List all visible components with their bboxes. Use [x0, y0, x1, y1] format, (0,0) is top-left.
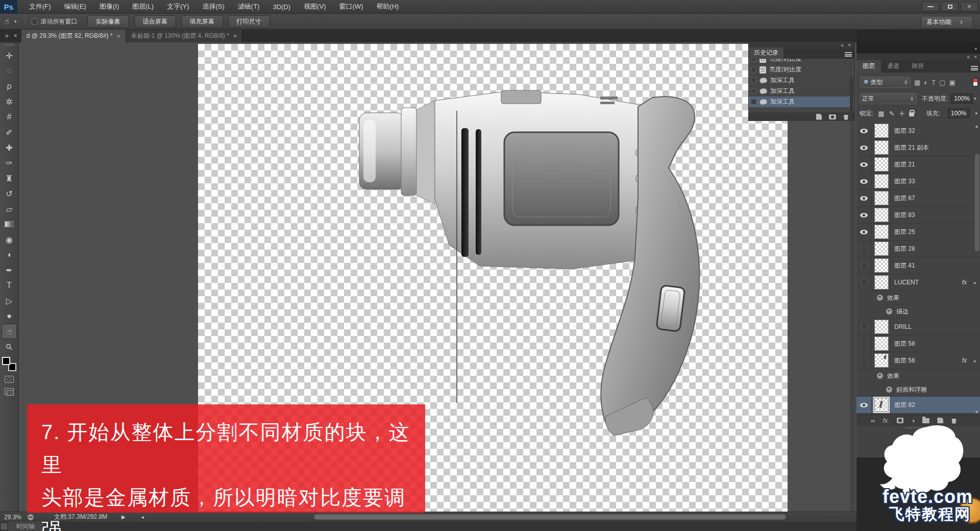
layer-row[interactable]: 图层 25: [856, 224, 980, 240]
layer-row[interactable]: 图层 21 副本: [856, 139, 980, 156]
lasso-tool[interactable]: ρ: [2, 79, 17, 94]
document-tab-active[interactable]: d @ 29.3% (图层 82, RGB/8#) * ×: [21, 30, 126, 42]
visibility-toggle[interactable]: [856, 352, 872, 369]
pen-tool[interactable]: ✒: [2, 262, 17, 278]
layers-scrollbar-thumb[interactable]: [975, 154, 979, 251]
menu-help[interactable]: 帮助(H): [370, 0, 405, 14]
tab-paths[interactable]: 路径: [905, 60, 930, 73]
effect-row[interactable]: 斜面和浮雕: [856, 383, 980, 397]
panel-grip[interactable]: [5, 44, 14, 46]
link-layers-icon[interactable]: ∞: [871, 417, 875, 424]
layer-thumbnail[interactable]: [874, 157, 889, 172]
layer-thumbnail[interactable]: [874, 320, 889, 334]
close-button[interactable]: ×: [961, 2, 978, 11]
panel-close-icon[interactable]: ×: [14, 32, 17, 39]
visibility-toggle[interactable]: [856, 156, 872, 173]
history-item[interactable]: 加深工具: [749, 86, 854, 96]
layer-thumbnail[interactable]: [874, 140, 889, 155]
tab-close-icon[interactable]: ×: [233, 33, 237, 40]
lock-pixels-icon[interactable]: ✎: [889, 110, 895, 117]
filter-shape-layers-icon[interactable]: ▢: [939, 79, 945, 86]
fx-badge[interactable]: fx: [962, 279, 967, 286]
layer-thumbnail[interactable]: [874, 208, 889, 222]
layer-row[interactable]: LUCENT fx ▴: [856, 274, 980, 291]
effect-eye-icon[interactable]: [877, 373, 883, 379]
panel-menu-icon[interactable]: [845, 52, 852, 57]
zoom-level-field[interactable]: 29.3%: [4, 514, 28, 521]
tool-preset-caret-icon[interactable]: ▾: [14, 19, 17, 24]
history-item[interactable]: 加深工具: [749, 75, 854, 86]
new-snapshot-icon[interactable]: [829, 114, 836, 119]
history-item-selected[interactable]: 加深工具: [749, 96, 854, 107]
screen-mode-toggle[interactable]: [5, 388, 14, 395]
scroll-up-icon[interactable]: ▴: [974, 45, 977, 51]
crop-tool[interactable]: #: [2, 109, 17, 125]
layers-scroll-down-icon[interactable]: ▼: [974, 409, 979, 415]
fx-collapse-icon[interactable]: ▴: [973, 358, 976, 363]
close-panel-icon[interactable]: ×: [974, 54, 977, 60]
filter-adjustment-layers-icon[interactable]: ◐: [924, 79, 928, 86]
layer-thumbnail[interactable]: [874, 258, 889, 273]
close-panel-icon[interactable]: ×: [848, 42, 851, 48]
fill-caret-icon[interactable]: ▾: [975, 111, 978, 116]
add-layer-style-icon[interactable]: fx.: [883, 417, 890, 424]
document-tab-inactive[interactable]: 未标题-1 @ 130% (图层 4, RGB/8) * ×: [126, 30, 242, 42]
tab-timeline[interactable]: 时间轴: [8, 522, 43, 531]
layer-row[interactable]: 图层 83: [856, 207, 980, 224]
layer-row[interactable]: 图层 28: [856, 240, 980, 257]
layer-row-selected[interactable]: 图层 82: [856, 397, 980, 414]
magic-wand-tool[interactable]: ✲: [2, 94, 17, 109]
dock-expand-icon[interactable]: »: [5, 32, 9, 39]
lock-all-icon[interactable]: [909, 112, 914, 116]
brush-tool[interactable]: ✑: [2, 155, 17, 171]
add-layer-mask-icon[interactable]: [897, 418, 903, 423]
layers-scroll-up-icon[interactable]: ▲: [974, 124, 979, 129]
menu-layer[interactable]: 图层(L): [126, 0, 160, 14]
fill-screen-button[interactable]: 填充屏幕: [181, 15, 223, 28]
layer-thumbnail[interactable]: [874, 191, 889, 205]
visibility-toggle[interactable]: [856, 123, 872, 139]
visibility-toggle[interactable]: [856, 319, 872, 335]
new-group-icon[interactable]: [922, 418, 929, 423]
effect-eye-icon[interactable]: [886, 308, 892, 315]
layer-row[interactable]: 图层 67: [856, 190, 980, 207]
menu-view[interactable]: 视图(V): [297, 0, 332, 14]
history-item[interactable]: 亮度/对比度: [749, 59, 854, 64]
layer-row[interactable]: 图层 41: [856, 257, 980, 274]
filter-pixel-layers-icon[interactable]: ▦: [914, 79, 920, 86]
new-doc-from-state-icon[interactable]: [816, 114, 822, 120]
minimize-button[interactable]: [922, 2, 939, 11]
blend-mode-dropdown[interactable]: 正常 ⇕: [860, 93, 917, 104]
fx-collapse-icon[interactable]: ▴: [973, 280, 976, 285]
layer-filter-dropdown[interactable]: 🔎 类型 ⇕: [860, 77, 911, 88]
layer-row[interactable]: 图层 32: [856, 123, 980, 139]
foreground-color-swatch[interactable]: [2, 357, 10, 365]
visibility-toggle[interactable]: [856, 274, 872, 291]
move-tool[interactable]: ✛: [2, 48, 17, 63]
elliptical-marquee-tool[interactable]: ◌: [2, 63, 17, 79]
panel-menu-icon[interactable]: [971, 66, 978, 70]
layer-thumbnail[interactable]: [874, 398, 889, 412]
eyedropper-tool[interactable]: ✐: [2, 125, 17, 140]
tab-layers[interactable]: 图层: [856, 60, 881, 73]
lock-transparency-icon[interactable]: ▦: [878, 110, 884, 117]
timeline-mini-icon[interactable]: [1, 523, 7, 529]
tab-history[interactable]: 历史记录: [749, 47, 783, 59]
filter-smart-objects-icon[interactable]: ▣: [949, 79, 955, 86]
visibility-toggle[interactable]: [856, 240, 872, 257]
visibility-toggle[interactable]: [856, 224, 872, 240]
visibility-toggle[interactable]: [856, 190, 872, 206]
delete-state-icon[interactable]: [843, 114, 849, 120]
effect-row[interactable]: 描边: [856, 305, 980, 319]
hand-tool[interactable]: ☝: [2, 324, 17, 339]
layer-thumbnail[interactable]: [874, 124, 889, 138]
history-source-checkbox[interactable]: [751, 67, 756, 73]
history-source-checkbox[interactable]: [751, 78, 756, 83]
effects-header-row[interactable]: 效果: [856, 291, 980, 305]
layer-thumbnail[interactable]: [874, 336, 889, 351]
opacity-caret-icon[interactable]: ▾: [974, 96, 976, 101]
delete-layer-icon[interactable]: [951, 418, 957, 424]
collapse-panel-icon[interactable]: «: [967, 54, 970, 60]
menu-file[interactable]: 文件(F): [22, 0, 58, 14]
add-adjustment-layer-icon[interactable]: ◑: [911, 417, 915, 424]
